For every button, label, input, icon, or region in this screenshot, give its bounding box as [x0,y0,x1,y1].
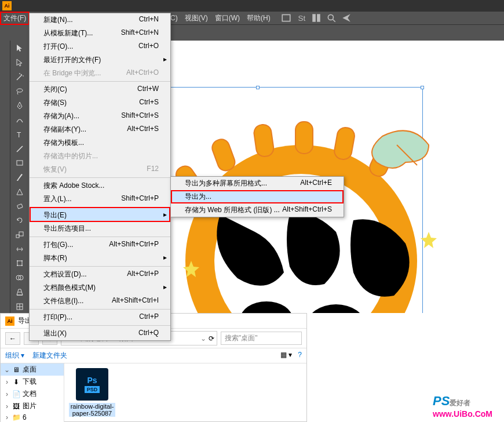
svg-rect-2 [312,14,316,22]
file-item[interactable]: Ps PSD rainbow-digital-paper-525087 [69,368,115,422]
type-tool-icon[interactable]: T [12,128,27,141]
svg-line-5 [333,19,335,22]
svg-rect-11 [17,204,23,209]
menu-item-[interactable]: 存储为模板... [30,136,170,150]
dialog-file-list[interactable]: Ps PSD rainbow-digital-paper-525087 [64,363,306,422]
rectangle-tool-icon[interactable] [12,157,27,170]
menu-help[interactable]: 帮助(H) [243,12,274,25]
file-name-label: rainbow-digital-paper-525087 [69,403,115,417]
menu-item-I[interactable]: 文件信息(I)...Alt+Shift+Ctrl+I [30,294,170,308]
dialog-body: ⌄🖥桌面›⬇下载›📄文档›🖼图片›📁6›📁初级 Ps PSD rainbow-d… [1,363,306,422]
chevron-down-icon[interactable]: ⌄ [200,334,206,343]
scale-tool-icon[interactable] [12,228,27,242]
menu-item-D[interactable]: 文档设置(D)...Alt+Ctrl+P [30,266,170,281]
perspective-tool-icon[interactable] [12,285,27,299]
menu-bar-icons: St [281,13,352,23]
svg-rect-28 [253,123,275,158]
app-title-bar: Ai [0,0,504,12]
svg-point-16 [21,260,23,261]
pen-tool-icon[interactable] [12,99,27,112]
sidebar-item-桌面[interactable]: ⌄🖥桌面 [1,363,64,376]
menu-item-S[interactable]: 存储(S)Ctrl+S [30,96,170,110]
menu-item-P[interactable]: 打印(P)...Ctrl+P [30,309,170,324]
bridge-icon[interactable] [281,13,291,23]
view-mode-icon[interactable]: ▦ ▾ [280,351,292,359]
organize-button[interactable]: 组织 ▾ [5,351,24,359]
menu-item-AdobeStock[interactable]: 搜索 Adobe Stock... [30,177,170,192]
app-logo-icon: Ai [2,1,12,10]
shape-builder-tool-icon[interactable] [12,271,27,285]
eraser-tool-icon[interactable] [12,199,27,213]
free-transform-tool-icon[interactable] [12,257,27,270]
svg-rect-0 [282,14,290,21]
menu-window[interactable]: 窗口(W) [211,12,243,25]
sidebar-item-文档[interactable]: ›📄文档 [1,388,64,400]
brush-tool-icon[interactable] [12,171,27,184]
dialog-search-input[interactable]: 搜索"桌面" [221,332,302,345]
curvature-tool-icon[interactable] [12,114,27,127]
sidebar-item-图片[interactable]: ›🖼图片 [1,400,64,412]
search-icon[interactable] [326,13,337,23]
menu-view[interactable]: 视图(V) [181,12,211,25]
svg-point-7 [19,106,20,107]
menu-item-L[interactable]: 置入(L)...Shift+Ctrl+P [30,192,170,206]
menu-item-R[interactable]: 脚本(R)▸ [30,252,170,265]
send-icon[interactable] [341,13,352,23]
new-folder-button[interactable]: 新建文件夹 [32,351,67,359]
mesh-tool-icon[interactable] [12,300,27,313]
menu-item-T[interactable]: 从模板新建(T)...Shift+Ctrl+N [30,27,170,40]
svg-text:T: T [17,131,21,139]
menu-item-E[interactable]: 导出(E)▸ [30,207,170,222]
sidebar-item-下载[interactable]: ›⬇下载 [1,376,64,388]
tool-collapse-strip[interactable] [0,41,10,313]
stock-icon[interactable]: St [296,13,306,23]
help-icon[interactable]: ? [298,351,302,359]
magic-wand-tool-icon[interactable] [12,70,27,83]
dialog-subbar: 组织 ▾ 新建文件夹 ▦ ▾ ? [1,348,306,363]
arrange-icon[interactable] [311,13,322,23]
menu-item-Y[interactable]: 存储副本(Y)...Alt+Ctrl+S [30,123,170,136]
width-tool-icon[interactable] [12,242,27,256]
dialog-app-icon: Ai [5,316,14,326]
line-tool-icon[interactable] [12,142,27,155]
menu-item-[interactable]: 导出所选项目... [30,222,170,235]
menu-item-G[interactable]: 打包(G)...Alt+Shift+Ctrl+P [30,237,170,252]
export-submenu: 导出为多种屏幕所用格式...Alt+Ctrl+E导出为...存储为 Web 所用… [170,176,344,217]
dialog-sidebar: ⌄🖥桌面›⬇下载›📄文档›🖼图片›📁6›📁初级 [1,363,64,422]
menu-item-O[interactable]: 打开(O)...Ctrl+O [30,40,170,53]
menu-item-X[interactable]: 退出(X)Ctrl+Q [30,325,170,340]
svg-rect-10 [17,161,23,165]
svg-rect-12 [16,235,19,238]
menu-item-C[interactable]: 关闭(C)Ctrl+W [30,81,170,96]
nav-back-button[interactable]: ← [5,332,20,345]
svg-rect-13 [19,232,23,236]
file-menu-dropdown: 新建(N)...Ctrl+N从模板新建(T)...Shift+Ctrl+N打开(… [29,13,171,341]
refresh-icon[interactable]: ⟳ [209,334,214,343]
menu-item-M[interactable]: 文档颜色模式(M)▸ [30,281,170,294]
svg-line-9 [17,146,23,152]
menu-item-F[interactable]: 最近打开的文件(F)▸ [30,53,170,67]
svg-point-4 [328,14,333,20]
shaper-tool-icon[interactable] [12,185,27,198]
direct-select-tool-icon[interactable] [12,56,27,70]
menu-item-A[interactable]: 存储为(A)...Shift+Ctrl+S [30,110,170,123]
menu-item-Bridge: 在 Bridge 中浏览...Alt+Ctrl+O [30,67,170,80]
rotate-tool-icon[interactable] [12,214,27,227]
svg-point-18 [21,265,23,266]
svg-point-17 [17,265,18,266]
svg-rect-30 [333,126,356,161]
submenu-item-[interactable]: 导出为... [171,190,344,203]
lasso-tool-icon[interactable] [12,85,27,98]
menu-item-N[interactable]: 新建(N)...Ctrl+N [30,13,170,27]
selection-tool-icon[interactable] [12,42,27,55]
psd-file-icon: Ps PSD [76,368,108,401]
tool-panel: T [10,41,29,313]
sidebar-item-6[interactable]: ›📁6 [1,412,64,422]
svg-rect-27 [210,137,237,173]
submenu-item-Web[interactable]: 存储为 Web 所用格式 (旧版) ...Alt+Shift+Ctrl+S [171,203,344,217]
submenu-item-[interactable]: 导出为多种屏幕所用格式...Alt+Ctrl+E [171,177,344,190]
menu-file[interactable]: 文件(F) [0,12,30,25]
svg-rect-3 [317,14,320,22]
svg-rect-29 [295,122,313,154]
svg-rect-14 [17,261,22,265]
